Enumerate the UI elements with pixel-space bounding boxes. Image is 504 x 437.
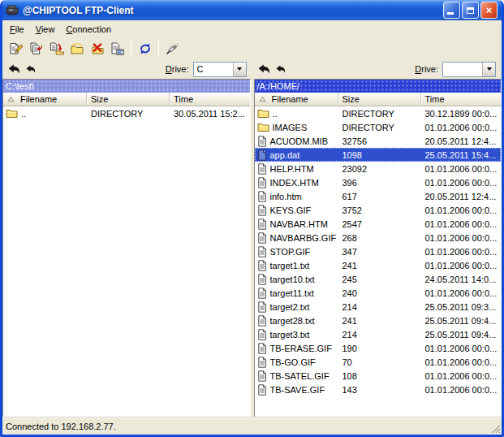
filename-text: TB-GO.GIF	[270, 357, 316, 367]
filename-text: ACUODM.MIB	[270, 136, 329, 146]
resize-grip-icon[interactable]	[490, 423, 501, 434]
filename-cell: target2.txt	[255, 301, 338, 313]
copy-button[interactable]	[26, 39, 46, 58]
file-icon	[257, 177, 267, 188]
remote-column-header-filename[interactable]: Filename	[255, 93, 338, 106]
remote-file-row-target10.txt[interactable]: target10.txt24524.05.2011 14:0...	[255, 272, 502, 286]
remote-file-row-TB-ERASE.GIF[interactable]: TB-ERASE.GIF19001.01.2006 00:0...	[255, 341, 502, 355]
size-cell: 108	[338, 371, 421, 381]
size-cell: 23092	[338, 164, 421, 174]
title-bar[interactable]: @CHIPTOOL FTP-Client ×	[2, 0, 502, 20]
maximize-button[interactable]	[462, 2, 479, 19]
remote-drive-label: Drive:	[415, 64, 438, 74]
local-column-header-size[interactable]: Size	[87, 93, 170, 106]
remote-file-row-target11.txt[interactable]: target11.txt24001.01.2006 00:0...	[255, 286, 502, 300]
size-cell: 214	[338, 302, 421, 312]
move-to-folder-button[interactable]	[46, 39, 67, 58]
column-label: Size	[91, 94, 108, 104]
filename-cell: target11.txt	[255, 288, 338, 299]
panel-toolbars: Drive: C Drive:	[2, 59, 502, 79]
size-cell: 347	[338, 247, 421, 257]
remote-file-row-ACUODM.MIB[interactable]: ACUODM.MIB3275620.05.2011 12:4...	[255, 134, 502, 148]
filename-cell: IMAGES	[255, 122, 338, 132]
remote-file-row-target2.txt[interactable]: target2.txt21425.05.2011 09:3...	[255, 300, 502, 314]
remote-file-row-..[interactable]: ..DIRECTORY30.12.1899 00:0...	[255, 106, 502, 120]
menu-item-connection[interactable]: Connection	[60, 23, 117, 36]
local-file-list[interactable]: ..DIRECTORY30.05.2011 15:2...	[3, 106, 250, 416]
new-folder-button[interactable]	[67, 39, 87, 58]
remote-file-row-target28.txt[interactable]: target28.txt24125.05.2011 09:4...	[255, 314, 502, 327]
time-cell: 01.01.2006 00:0...	[421, 247, 502, 257]
remote-file-list[interactable]: ..DIRECTORY30.12.1899 00:0...IMAGESDIREC…	[255, 106, 502, 416]
file-icon	[257, 205, 267, 216]
filename-cell: TB-GO.GIF	[255, 357, 338, 368]
local-drive-group: Drive: C	[166, 62, 247, 77]
remote-file-row-HELP.HTM[interactable]: HELP.HTM2309201.01.2006 00:0...	[255, 162, 502, 175]
remote-file-row-IMAGES[interactable]: IMAGESDIRECTORY01.01.2006 00:0...	[255, 120, 502, 134]
size-cell: DIRECTORY	[338, 123, 421, 132]
remote-file-row-TB-SAVE.GIF[interactable]: TB-SAVE.GIF14301.01.2006 00:0...	[255, 383, 502, 396]
local-parent-dir-button[interactable]	[8, 64, 20, 74]
time-cell: 24.05.2011 14:0...	[421, 275, 502, 284]
properties-button[interactable]	[107, 39, 127, 58]
file-icon	[257, 246, 267, 257]
rename-icon	[9, 42, 23, 55]
local-column-header-time[interactable]: Time	[170, 93, 250, 106]
size-cell: 245	[338, 275, 421, 284]
column-label: Time	[425, 94, 445, 104]
close-button[interactable]: ×	[480, 2, 498, 19]
dat-file-icon	[257, 149, 267, 161]
filename-cell: TB-SATEL.GIF	[255, 370, 338, 382]
local-panel: C:\test\ FilenameSizeTime ..DIRECTORY30.…	[2, 79, 251, 417]
time-cell: 01.01.2006 00:0...	[421, 344, 502, 353]
local-column-header-filename[interactable]: Filename	[3, 93, 87, 106]
remote-file-row-KEYS.GIF[interactable]: KEYS.GIF375201.01.2006 00:0...	[255, 203, 502, 217]
remote-column-header-time[interactable]: Time	[421, 93, 502, 106]
remote-file-row-STOP.GIF[interactable]: STOP.GIF34701.01.2006 00:0...	[255, 244, 502, 258]
file-icon	[257, 163, 267, 175]
size-cell: DIRECTORY	[338, 109, 421, 119]
local-drive-select[interactable]: C	[193, 62, 247, 77]
remote-drive-group: Drive:	[415, 62, 496, 77]
local-drive-dropdown-button[interactable]	[233, 63, 246, 76]
minimize-button[interactable]	[443, 2, 460, 19]
remote-file-row-NAVBARBG.GIF[interactable]: NAVBARBG.GIF26801.01.2006 00:0...	[255, 231, 502, 244]
remote-drive-select[interactable]	[442, 62, 496, 77]
delete-button[interactable]	[87, 39, 107, 58]
chevron-down-icon	[237, 67, 242, 71]
status-bar: Connected to 192.168.2.77.	[2, 417, 502, 435]
column-label: Filename	[20, 94, 57, 104]
remote-file-row-TB-GO.GIF[interactable]: TB-GO.GIF7001.01.2006 00:0...	[255, 355, 502, 369]
filename-text: INDEX.HTM	[270, 178, 320, 188]
filename-cell: KEYS.GIF	[255, 205, 338, 216]
refresh-icon	[139, 42, 152, 55]
remote-file-row-target1.txt[interactable]: target1.txt24101.01.2006 00:0...	[255, 258, 502, 272]
remote-file-row-app.dat[interactable]: app.dat109825.05.2011 15:4...	[255, 148, 502, 162]
remote-column-header-size[interactable]: Size	[338, 93, 421, 106]
local-back-button[interactable]	[26, 65, 36, 73]
remote-panel: /A:/HOME/ FilenameSizeTime ..DIRECTORY30…	[254, 79, 502, 417]
size-cell: DIRECTORY	[87, 109, 170, 119]
rename-button[interactable]	[6, 39, 26, 58]
filename-text: ..	[273, 109, 278, 119]
remote-back-button[interactable]	[276, 65, 286, 73]
menu-item-file[interactable]: File	[4, 23, 30, 36]
remote-file-row-NAVBAR.HTM[interactable]: NAVBAR.HTM254701.01.2006 00:0...	[255, 217, 502, 231]
properties-icon	[110, 42, 124, 55]
remote-file-row-TB-SATEL.GIF[interactable]: TB-SATEL.GIF10801.01.2006 00:0...	[255, 369, 502, 383]
time-cell: 01.01.2006 00:0...	[421, 123, 502, 132]
remote-drive-dropdown-button[interactable]	[482, 63, 495, 76]
refresh-button[interactable]	[135, 39, 155, 58]
remote-parent-dir-button[interactable]	[258, 64, 270, 74]
connect-button[interactable]	[162, 39, 183, 58]
menu-item-view[interactable]: View	[30, 23, 61, 36]
remote-file-row-target3.txt[interactable]: target3.txt21425.05.2011 09:4...	[255, 327, 502, 341]
remote-file-row-info.htm[interactable]: info.htm61720.05.2011 12:4...	[255, 189, 502, 203]
local-file-row-..[interactable]: ..DIRECTORY30.05.2011 15:2...	[3, 106, 250, 120]
undo-arrow-icon	[8, 64, 20, 74]
folder-icon	[257, 108, 269, 119]
remote-file-row-INDEX.HTM[interactable]: INDEX.HTM39601.01.2006 00:0...	[255, 175, 502, 189]
toolbar	[2, 37, 502, 59]
remote-drive-value	[443, 63, 482, 76]
filename-text: IMAGES	[273, 123, 308, 132]
